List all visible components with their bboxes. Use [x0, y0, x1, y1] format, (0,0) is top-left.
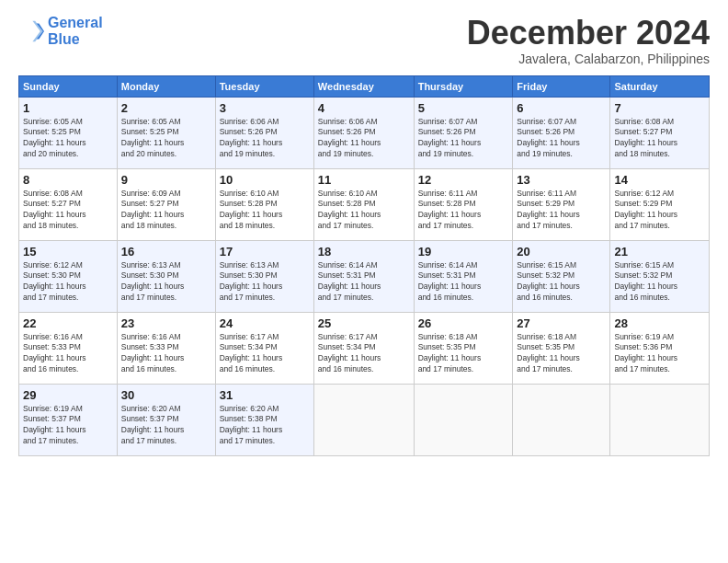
- day-info: Sunrise: 6:15 AM Sunset: 5:32 PM Dayligh…: [614, 260, 705, 304]
- title-block: December 2024 Javalera, Calabarzon, Phil…: [467, 15, 710, 66]
- calendar-week-row: 22Sunrise: 6:16 AM Sunset: 5:33 PM Dayli…: [19, 312, 710, 384]
- day-number: 15: [23, 245, 113, 259]
- day-info: Sunrise: 6:09 AM Sunset: 5:27 PM Dayligh…: [121, 189, 211, 233]
- day-info: Sunrise: 6:16 AM Sunset: 5:33 PM Dayligh…: [23, 332, 113, 376]
- calendar-cell: 2Sunrise: 6:05 AM Sunset: 5:25 PM Daylig…: [117, 97, 215, 168]
- calendar-cell: 4Sunrise: 6:06 AM Sunset: 5:26 PM Daylig…: [313, 97, 414, 168]
- calendar-cell: 25Sunrise: 6:17 AM Sunset: 5:34 PM Dayli…: [313, 312, 414, 384]
- calendar-week-row: 1Sunrise: 6:05 AM Sunset: 5:25 PM Daylig…: [19, 97, 710, 168]
- day-info: Sunrise: 6:08 AM Sunset: 5:27 PM Dayligh…: [614, 117, 705, 161]
- calendar-cell: 8Sunrise: 6:08 AM Sunset: 5:27 PM Daylig…: [19, 168, 118, 240]
- day-number: 19: [418, 245, 509, 259]
- day-number: 23: [121, 316, 211, 330]
- day-number: 5: [418, 101, 509, 115]
- day-number: 27: [517, 316, 606, 330]
- day-info: Sunrise: 6:07 AM Sunset: 5:26 PM Dayligh…: [517, 117, 606, 161]
- day-info: Sunrise: 6:10 AM Sunset: 5:28 PM Dayligh…: [318, 189, 410, 233]
- day-number: 25: [318, 316, 410, 330]
- calendar-cell: 11Sunrise: 6:10 AM Sunset: 5:28 PM Dayli…: [313, 168, 414, 240]
- day-number: 20: [517, 245, 606, 259]
- day-number: 21: [614, 245, 705, 259]
- day-info: Sunrise: 6:16 AM Sunset: 5:33 PM Dayligh…: [121, 332, 211, 376]
- day-number: 11: [318, 173, 410, 187]
- col-tuesday: Tuesday: [215, 75, 313, 97]
- logo: General Blue: [18, 15, 103, 47]
- day-number: 16: [121, 245, 211, 259]
- calendar-cell: 28Sunrise: 6:19 AM Sunset: 5:36 PM Dayli…: [610, 312, 710, 384]
- day-info: Sunrise: 6:08 AM Sunset: 5:27 PM Dayligh…: [23, 189, 113, 233]
- day-info: Sunrise: 6:19 AM Sunset: 5:36 PM Dayligh…: [614, 332, 705, 376]
- col-monday: Monday: [117, 75, 215, 97]
- col-friday: Friday: [513, 75, 610, 97]
- col-wednesday: Wednesday: [313, 75, 414, 97]
- calendar-cell: 9Sunrise: 6:09 AM Sunset: 5:27 PM Daylig…: [117, 168, 215, 240]
- calendar-cell: 12Sunrise: 6:11 AM Sunset: 5:28 PM Dayli…: [414, 168, 513, 240]
- day-info: Sunrise: 6:12 AM Sunset: 5:30 PM Dayligh…: [23, 260, 113, 304]
- col-saturday: Saturday: [610, 75, 710, 97]
- calendar-week-row: 29Sunrise: 6:19 AM Sunset: 5:37 PM Dayli…: [19, 384, 710, 455]
- day-number: 24: [220, 316, 310, 330]
- day-number: 12: [418, 173, 509, 187]
- day-info: Sunrise: 6:12 AM Sunset: 5:29 PM Dayligh…: [614, 189, 705, 233]
- day-info: Sunrise: 6:05 AM Sunset: 5:25 PM Dayligh…: [121, 117, 211, 161]
- calendar-table: Sunday Monday Tuesday Wednesday Thursday…: [18, 75, 710, 456]
- calendar-cell: [513, 384, 610, 455]
- day-info: Sunrise: 6:17 AM Sunset: 5:34 PM Dayligh…: [220, 332, 310, 376]
- calendar-cell: [414, 384, 513, 455]
- calendar-cell: 22Sunrise: 6:16 AM Sunset: 5:33 PM Dayli…: [19, 312, 118, 384]
- calendar-week-row: 15Sunrise: 6:12 AM Sunset: 5:30 PM Dayli…: [19, 240, 710, 312]
- day-number: 3: [220, 101, 310, 115]
- calendar-cell: 19Sunrise: 6:14 AM Sunset: 5:31 PM Dayli…: [414, 240, 513, 312]
- day-number: 10: [220, 173, 310, 187]
- day-info: Sunrise: 6:20 AM Sunset: 5:38 PM Dayligh…: [220, 404, 310, 448]
- calendar-cell: 26Sunrise: 6:18 AM Sunset: 5:35 PM Dayli…: [414, 312, 513, 384]
- logo-general: General: [48, 15, 103, 30]
- calendar-cell: 23Sunrise: 6:16 AM Sunset: 5:33 PM Dayli…: [117, 312, 215, 384]
- month-title: December 2024: [467, 15, 710, 52]
- col-thursday: Thursday: [414, 75, 513, 97]
- day-number: 30: [121, 388, 211, 402]
- day-info: Sunrise: 6:05 AM Sunset: 5:25 PM Dayligh…: [23, 117, 113, 161]
- calendar-cell: 13Sunrise: 6:11 AM Sunset: 5:29 PM Dayli…: [513, 168, 610, 240]
- day-number: 7: [614, 101, 705, 115]
- day-number: 18: [318, 245, 410, 259]
- day-info: Sunrise: 6:13 AM Sunset: 5:30 PM Dayligh…: [121, 260, 211, 304]
- calendar-cell: 1Sunrise: 6:05 AM Sunset: 5:25 PM Daylig…: [19, 97, 118, 168]
- day-info: Sunrise: 6:19 AM Sunset: 5:37 PM Dayligh…: [23, 404, 113, 448]
- day-number: 13: [517, 173, 606, 187]
- day-info: Sunrise: 6:15 AM Sunset: 5:32 PM Dayligh…: [517, 260, 606, 304]
- day-info: Sunrise: 6:18 AM Sunset: 5:35 PM Dayligh…: [418, 332, 509, 376]
- day-number: 22: [23, 316, 113, 330]
- calendar-cell: 16Sunrise: 6:13 AM Sunset: 5:30 PM Dayli…: [117, 240, 215, 312]
- day-info: Sunrise: 6:06 AM Sunset: 5:26 PM Dayligh…: [318, 117, 410, 161]
- calendar-cell: 10Sunrise: 6:10 AM Sunset: 5:28 PM Dayli…: [215, 168, 313, 240]
- day-number: 6: [517, 101, 606, 115]
- calendar-cell: 17Sunrise: 6:13 AM Sunset: 5:30 PM Dayli…: [215, 240, 313, 312]
- calendar-cell: [313, 384, 414, 455]
- calendar-cell: 27Sunrise: 6:18 AM Sunset: 5:35 PM Dayli…: [513, 312, 610, 384]
- day-info: Sunrise: 6:18 AM Sunset: 5:35 PM Dayligh…: [517, 332, 606, 376]
- calendar-cell: 30Sunrise: 6:20 AM Sunset: 5:37 PM Dayli…: [117, 384, 215, 455]
- header: General Blue December 2024 Javalera, Cal…: [18, 15, 710, 66]
- calendar-cell: 24Sunrise: 6:17 AM Sunset: 5:34 PM Dayli…: [215, 312, 313, 384]
- calendar-cell: 3Sunrise: 6:06 AM Sunset: 5:26 PM Daylig…: [215, 97, 313, 168]
- day-number: 26: [418, 316, 509, 330]
- col-sunday: Sunday: [19, 75, 118, 97]
- calendar-week-row: 8Sunrise: 6:08 AM Sunset: 5:27 PM Daylig…: [19, 168, 710, 240]
- day-number: 8: [23, 173, 113, 187]
- day-info: Sunrise: 6:20 AM Sunset: 5:37 PM Dayligh…: [121, 404, 211, 448]
- day-info: Sunrise: 6:10 AM Sunset: 5:28 PM Dayligh…: [220, 189, 310, 233]
- day-info: Sunrise: 6:11 AM Sunset: 5:28 PM Dayligh…: [418, 189, 509, 233]
- calendar-cell: 31Sunrise: 6:20 AM Sunset: 5:38 PM Dayli…: [215, 384, 313, 455]
- calendar-cell: [610, 384, 710, 455]
- day-info: Sunrise: 6:17 AM Sunset: 5:34 PM Dayligh…: [318, 332, 410, 376]
- calendar-cell: 15Sunrise: 6:12 AM Sunset: 5:30 PM Dayli…: [19, 240, 118, 312]
- day-info: Sunrise: 6:14 AM Sunset: 5:31 PM Dayligh…: [318, 260, 410, 304]
- calendar-cell: 20Sunrise: 6:15 AM Sunset: 5:32 PM Dayli…: [513, 240, 610, 312]
- calendar-cell: 21Sunrise: 6:15 AM Sunset: 5:32 PM Dayli…: [610, 240, 710, 312]
- day-info: Sunrise: 6:13 AM Sunset: 5:30 PM Dayligh…: [220, 260, 310, 304]
- calendar-header-row: Sunday Monday Tuesday Wednesday Thursday…: [19, 75, 710, 97]
- day-number: 28: [614, 316, 705, 330]
- logo-icon: [18, 18, 44, 44]
- calendar-cell: 14Sunrise: 6:12 AM Sunset: 5:29 PM Dayli…: [610, 168, 710, 240]
